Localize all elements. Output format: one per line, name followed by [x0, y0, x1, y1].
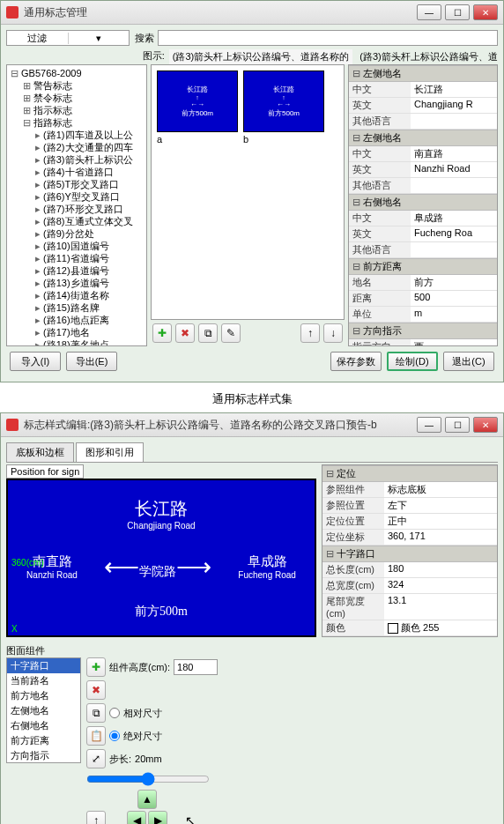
- step-slider[interactable]: [86, 772, 210, 786]
- prop-row[interactable]: 总长度(cm)180: [322, 562, 497, 578]
- prop-row[interactable]: 地名前方: [349, 275, 497, 291]
- prop-group-header[interactable]: 十字路口: [322, 546, 497, 562]
- prop-row[interactable]: 其他语言: [349, 114, 497, 130]
- tree-item[interactable]: (路13)乡道编号: [9, 277, 145, 289]
- tree-item[interactable]: (路12)县道编号: [9, 264, 145, 277]
- search-input[interactable]: [158, 30, 498, 46]
- prop-value[interactable]: [411, 114, 497, 129]
- thumbnail[interactable]: 长江路↑←→前方500m: [157, 71, 238, 132]
- prop-value[interactable]: [411, 178, 497, 193]
- tree-item[interactable]: (路7)环形交叉路口: [9, 203, 145, 215]
- prop-row[interactable]: 指示方向西: [349, 339, 497, 346]
- list-item[interactable]: 前方距离: [7, 733, 80, 748]
- nudge-up-button[interactable]: ▲: [137, 790, 157, 809]
- save-params-button[interactable]: 保存参数: [330, 352, 382, 371]
- import-button[interactable]: 导入(I): [10, 352, 61, 371]
- sign-preview[interactable]: 长江路 Changjiang Road 南直路 Nanzhi Road ⟵学院路…: [6, 479, 316, 637]
- prop-value[interactable]: Changjiang R: [411, 98, 497, 113]
- tab-graphics[interactable]: 图形和引用: [76, 442, 144, 462]
- tree-item[interactable]: (路9)分岔处: [9, 227, 145, 240]
- list-item[interactable]: 十字路口: [7, 658, 80, 673]
- prop-row[interactable]: 中文阜成路: [349, 211, 497, 226]
- min-button[interactable]: —: [417, 4, 441, 20]
- prop-row[interactable]: 参照组件标志底板: [322, 482, 497, 498]
- prop-value[interactable]: 360, 171: [384, 530, 497, 545]
- tree-item[interactable]: GB5768-2009: [9, 67, 145, 79]
- prop-group-header[interactable]: 前方距离: [349, 258, 497, 275]
- prop-value[interactable]: m: [411, 307, 497, 322]
- list-item[interactable]: 前方地名: [7, 688, 80, 703]
- prop-row[interactable]: 参照位置左下: [322, 498, 497, 514]
- prop-value[interactable]: 标志底板: [384, 482, 497, 497]
- prop-row[interactable]: 定位位置正中: [322, 514, 497, 530]
- prop-group-header[interactable]: 定位: [322, 465, 497, 482]
- prop-row[interactable]: 英文Nanzhi Road: [349, 162, 497, 178]
- tree-item[interactable]: (路18)著名地点: [9, 338, 145, 346]
- prop-row[interactable]: 中文长江路: [349, 82, 497, 98]
- move-up-button[interactable]: ↑: [300, 323, 320, 343]
- remove-component-button[interactable]: ✖: [86, 680, 106, 700]
- size-absolute-radio[interactable]: [109, 731, 120, 741]
- tree-panel[interactable]: GB5768-2009警告标志禁令标志指示标志指路标志(路1)四车道及以上公(路…: [6, 64, 147, 346]
- scale-button[interactable]: ⤢: [86, 749, 106, 768]
- prop-row[interactable]: 单位m: [349, 307, 497, 323]
- prop-row[interactable]: 总宽度(cm)324: [322, 578, 497, 594]
- tree-item[interactable]: 指示标志: [9, 104, 145, 116]
- min-button[interactable]: —: [417, 417, 441, 433]
- nudge-right-button[interactable]: ▶: [148, 811, 167, 824]
- paste-component-button[interactable]: 📋: [86, 726, 106, 746]
- prop-value[interactable]: 颜色 255: [384, 620, 497, 635]
- copy-button[interactable]: ⧉: [198, 323, 218, 343]
- prop-row[interactable]: 其他语言: [349, 178, 497, 194]
- prop-value[interactable]: 180: [384, 562, 497, 577]
- tree-item[interactable]: (路15)路名牌: [9, 301, 145, 314]
- tree-item[interactable]: (路6)Y型交叉路口: [9, 190, 145, 203]
- prop-value[interactable]: 左下: [384, 498, 497, 513]
- prop-value[interactable]: 前方: [411, 275, 497, 290]
- prop-value[interactable]: 500: [411, 291, 497, 306]
- prop-value[interactable]: Fucheng Roa: [411, 226, 497, 241]
- list-item[interactable]: 方向指示: [7, 748, 80, 763]
- tree-item[interactable]: (路4)十省道路口: [9, 166, 145, 178]
- components-list[interactable]: 十字路口当前路名前方地名左侧地名右侧地名前方距离方向指示: [6, 657, 81, 763]
- move-down-button[interactable]: ↓: [323, 323, 343, 343]
- prop-value[interactable]: Nanzhi Road: [411, 162, 497, 177]
- list-item[interactable]: 左侧地名: [7, 703, 80, 718]
- prop-row[interactable]: 英文Fucheng Roa: [349, 226, 497, 242]
- size-relative-radio[interactable]: [109, 708, 120, 718]
- tree-item[interactable]: (路1)四车道及以上公: [9, 129, 145, 141]
- prop-value[interactable]: 长江路: [411, 82, 497, 97]
- prop-row[interactable]: 尾部宽度(cm)13.1: [322, 594, 497, 620]
- prop-value[interactable]: 正中: [384, 514, 497, 529]
- tree-item[interactable]: (路16)地点距离: [9, 314, 145, 326]
- prop-row[interactable]: 距离500: [349, 291, 497, 307]
- prop-group-header[interactable]: 方向指示: [349, 323, 497, 339]
- prop-group-header[interactable]: 左侧地名: [349, 65, 497, 82]
- close-button[interactable]: ✕: [473, 4, 498, 20]
- list-up-button[interactable]: ↑: [86, 811, 106, 824]
- prop-row[interactable]: 英文Changjiang R: [349, 98, 497, 114]
- tree-item[interactable]: (路2)大交通量的四车: [9, 141, 145, 153]
- prop-group-header[interactable]: 左侧地名: [349, 130, 497, 146]
- prop-row[interactable]: 中文南直路: [349, 146, 497, 162]
- tree-item[interactable]: (路10)国道编号: [9, 240, 145, 252]
- exit-button[interactable]: 退出(C): [443, 352, 494, 371]
- prop-value[interactable]: 阜成路: [411, 211, 497, 226]
- prop-row[interactable]: 定位坐标360, 171: [322, 530, 497, 546]
- list-item[interactable]: 右侧地名: [7, 718, 80, 733]
- tree-item[interactable]: (路8)互通式立体交叉: [9, 215, 145, 227]
- height-input[interactable]: [174, 659, 218, 675]
- copy-component-button[interactable]: ⧉: [86, 703, 106, 723]
- draw-button[interactable]: 绘制(D): [387, 352, 438, 371]
- chevron-down-icon[interactable]: ▾: [68, 33, 130, 44]
- prop-value[interactable]: 南直路: [411, 146, 497, 161]
- delete-button[interactable]: ✖: [175, 323, 195, 343]
- tree-item[interactable]: 警告标志: [9, 79, 145, 92]
- add-component-button[interactable]: ✚: [86, 657, 106, 677]
- prop-value[interactable]: [411, 242, 497, 257]
- tree-item[interactable]: (路14)街道名称: [9, 289, 145, 301]
- nudge-left-button[interactable]: ◀: [127, 811, 146, 824]
- thumbnail[interactable]: 长江路↑←→前方500m: [243, 71, 324, 132]
- tree-item[interactable]: (路17)地名: [9, 326, 145, 338]
- prop-value[interactable]: 13.1: [384, 594, 497, 620]
